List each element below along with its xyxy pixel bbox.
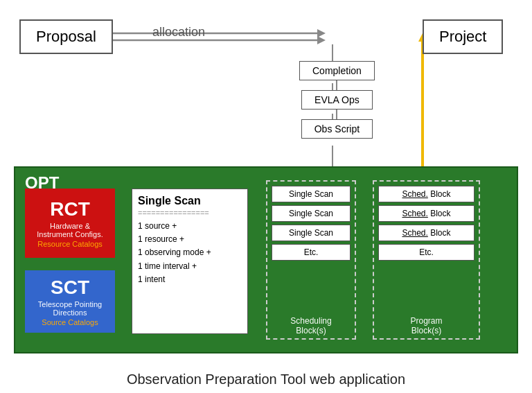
sched-scan-1: Single Scan	[272, 186, 351, 202]
project-box: Project	[423, 19, 503, 54]
sct-catalog: Source Catalogs	[42, 318, 98, 326]
opt-container: OPT RCT Hardware &Instrument Configs. Re…	[14, 166, 518, 353]
single-scan-divider: ================	[138, 209, 242, 217]
single-scan-title: Single Scan	[138, 195, 242, 207]
prog-block-3: Sched. Block	[378, 225, 475, 241]
chain-line-1	[336, 80, 337, 90]
sct-box: SCT Telescope PointingDirections Source …	[25, 270, 115, 333]
program-label: ProgramBlock(s)	[374, 316, 479, 335]
prog-block-2: Sched. Block	[378, 205, 475, 222]
proposal-box: Proposal	[19, 19, 113, 54]
rct-title: RCT	[50, 198, 90, 220]
proposal-label: Proposal	[36, 28, 96, 45]
allocation-label: allocation	[152, 25, 205, 40]
obs-script-box: Obs Script	[301, 119, 373, 139]
prog-etc: Etc.	[378, 244, 475, 261]
single-scan-box: Single Scan ================ 1 source + …	[132, 189, 248, 334]
bottom-label: Observation Preparation Tool web applica…	[0, 372, 532, 387]
main-container: Proposal allocation Project Completion E…	[0, 0, 532, 393]
sched-underline-1: Sched.	[402, 189, 427, 199]
program-blocks-container: Sched. Block Sched. Block Sched. Block E…	[373, 180, 480, 340]
scheduling-blocks-container: Single Scan Single Scan Single Scan Etc.…	[266, 180, 356, 340]
rct-subtitle: Hardware &Instrument Configs.	[37, 222, 103, 238]
svg-marker-2	[317, 29, 326, 37]
scheduling-label: SchedulingBlock(s)	[267, 316, 355, 335]
sched-scan-3: Single Scan	[272, 225, 351, 241]
rct-box: RCT Hardware &Instrument Configs. Resour…	[25, 189, 115, 258]
rct-catalog: Resource Catalogs	[37, 240, 103, 248]
vertical-chain: Completion EVLA Ops Obs Script	[299, 61, 375, 139]
svg-marker-3	[317, 36, 326, 44]
sched-underline-2: Sched.	[402, 209, 427, 218]
sched-scan-2: Single Scan	[272, 205, 351, 222]
sct-subtitle: Telescope PointingDirections	[38, 300, 102, 317]
sct-title: SCT	[51, 277, 89, 299]
single-scan-content: 1 source + 1 resource + 1 observing mode…	[138, 220, 242, 286]
sched-underline-3: Sched.	[402, 228, 427, 238]
project-label: Project	[439, 28, 486, 45]
completion-box: Completion	[299, 61, 375, 80]
sched-etc: Etc.	[272, 244, 351, 261]
evla-ops-box: EVLA Ops	[301, 90, 373, 110]
prog-block-1: Sched. Block	[378, 186, 475, 202]
chain-line-2	[336, 110, 337, 119]
